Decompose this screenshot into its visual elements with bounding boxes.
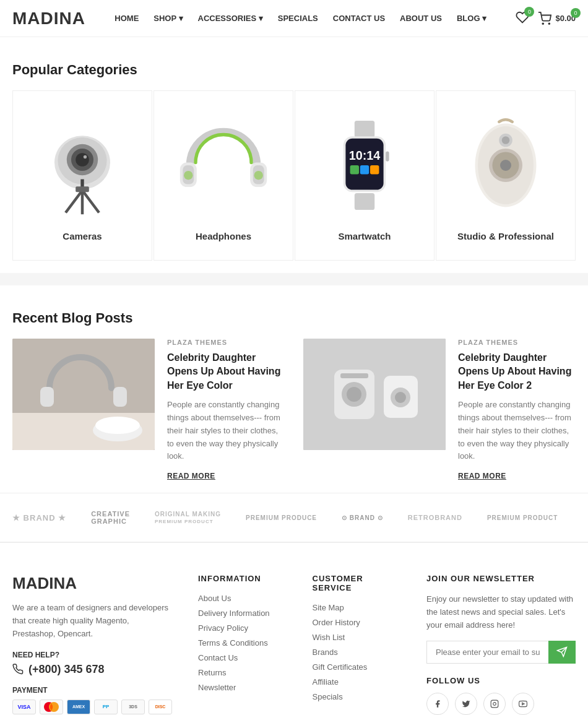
svg-rect-45 — [340, 373, 368, 378]
blog-image-2[interactable] — [303, 339, 446, 450]
category-cameras[interactable]: Cameras — [12, 90, 152, 261]
svg-point-44 — [347, 387, 361, 402]
footer-link-order-history[interactable]: Order History — [313, 618, 360, 627]
phone-text[interactable]: (+800) 345 678 — [28, 663, 105, 676]
categories-grid: Cameras — [12, 90, 576, 261]
nav-about[interactable]: ABOUT US — [400, 14, 442, 23]
brand-logo[interactable]: MADINA — [12, 9, 85, 28]
studio-image — [450, 110, 561, 221]
brand-item-3[interactable]: ORIGINAL MAKINGPREMIUM PRODUCT — [155, 511, 221, 524]
headphones-image — [168, 110, 279, 221]
footer-link-specials[interactable]: Specials — [313, 692, 343, 701]
brand-item-7[interactable]: PREMIUM PRODUCT — [487, 514, 558, 521]
amex-icon: AMEX — [67, 700, 90, 714]
footer-description: We are a team of designers and developer… — [12, 602, 173, 640]
newsletter-input[interactable] — [426, 641, 548, 664]
svg-rect-21 — [345, 139, 383, 190]
read-more-2[interactable]: READ MORE — [458, 472, 506, 480]
section-separator — [0, 273, 588, 285]
brand-item-5[interactable]: ⊙ BRAND ⊙ — [342, 514, 383, 521]
newsletter-submit[interactable] — [548, 641, 576, 664]
footer-link-delivery[interactable]: Delivery Information — [198, 609, 270, 618]
svg-rect-26 — [355, 193, 374, 210]
brand-item-1[interactable]: ★ BRAND ★ — [12, 513, 66, 522]
blog-tag-2: PLAZA THEMES — [458, 339, 576, 346]
footer-link-wishlist[interactable]: Wish List — [313, 633, 345, 642]
wishlist-button[interactable]: 0 — [516, 11, 529, 26]
blog-title-2[interactable]: Celebrity Daughter Opens Up About Having… — [458, 351, 576, 392]
svg-line-8 — [66, 191, 82, 213]
footer: MADINA We are a team of designers and de… — [0, 542, 588, 715]
blog-excerpt-2: People are constantly changing things ab… — [458, 399, 576, 463]
follow-us-label: FOLLOW US — [426, 676, 576, 685]
nav-shop[interactable]: SHOP ▾ — [153, 14, 183, 23]
blog-card-2: PLAZA THEMES Celebrity Daughter Opens Up… — [303, 339, 576, 480]
need-help-label: NEED HELP? — [12, 651, 173, 659]
cameras-label: Cameras — [63, 231, 102, 241]
popular-categories-title: Popular Categories — [12, 62, 576, 78]
brands-banner: ★ BRAND ★ CREATIVEGraphic ORIGINAL MAKIN… — [0, 493, 588, 542]
brand-item-4[interactable]: PREMIUM PRODUCE — [246, 514, 317, 521]
twitter-icon[interactable] — [455, 693, 477, 715]
facebook-icon[interactable] — [426, 693, 449, 715]
brand-item-6[interactable]: RETROBRAND — [408, 514, 462, 521]
footer-link-gift[interactable]: Gift Certificates — [313, 662, 368, 672]
svg-point-40 — [95, 417, 140, 434]
footer-info-links: About Us Delivery Information Privacy Po… — [198, 593, 288, 692]
footer-link-brands[interactable]: Brands — [313, 648, 338, 657]
svg-rect-25 — [370, 165, 379, 174]
cart-badge: 0 — [571, 8, 581, 18]
smartwatch-image: 10:14 — [309, 110, 420, 221]
blog-title-1[interactable]: Celebrity Daughter Opens Up About Having… — [167, 351, 285, 392]
footer-info-col: INFORMATION About Us Delivery Informatio… — [198, 574, 288, 715]
popular-categories-section: Popular Categories — [0, 37, 588, 273]
footer-link-returns[interactable]: Returns — [198, 668, 227, 677]
brand-item-2[interactable]: CREATIVEGraphic — [91, 510, 130, 525]
blog-grid: PLAZA THEMES Celebrity Daughter Opens Up… — [12, 339, 576, 480]
youtube-icon[interactable] — [512, 693, 534, 715]
instagram-icon[interactable] — [483, 693, 506, 715]
blog-excerpt-1: People are constantly changing things ab… — [167, 399, 285, 463]
footer-link-contact[interactable]: Contact Us — [198, 653, 238, 662]
svg-rect-37 — [40, 387, 54, 407]
svg-rect-27 — [386, 152, 389, 162]
nav-specials[interactable]: SPECIALS — [278, 14, 318, 23]
footer-grid: MADINA We are a team of designers and de… — [12, 574, 576, 715]
blog-image-1[interactable] — [12, 339, 155, 450]
footer-link-affiliate[interactable]: Affiliate — [313, 677, 339, 687]
visa-icon: VISA — [12, 700, 36, 714]
payment-label: PAYMENT — [12, 686, 173, 695]
nav-blog[interactable]: BLOG ▾ — [457, 14, 486, 23]
nav-accessories[interactable]: ACCESSORIES ▾ — [198, 14, 263, 23]
discover-icon: DISC — [149, 700, 172, 714]
footer-info-title: INFORMATION — [198, 574, 288, 583]
svg-point-34 — [502, 136, 510, 144]
footer-customer-title: CUSTOMER SERVICE — [313, 574, 402, 592]
svg-point-48 — [395, 392, 406, 403]
read-more-1[interactable]: READ MORE — [167, 472, 215, 480]
footer-customer-col: CUSTOMER SERVICE Site Map Order History … — [313, 574, 402, 715]
cart-button[interactable]: 0 $0.00 — [538, 12, 576, 25]
footer-link-terms[interactable]: Terms & Conditions — [198, 638, 268, 648]
svg-point-17 — [184, 171, 192, 180]
nav-contact[interactable]: CONTACT US — [333, 14, 385, 23]
category-headphones[interactable]: Headphones — [153, 90, 293, 261]
footer-link-sitemap[interactable]: Site Map — [313, 603, 344, 612]
svg-point-32 — [500, 160, 511, 171]
footer-link-about[interactable]: About Us — [198, 594, 231, 603]
category-smartwatch[interactable]: 10:14 Smartwatch — [295, 90, 435, 261]
footer-brand-col: MADINA We are a team of designers and de… — [12, 574, 173, 715]
nav-home[interactable]: HOME — [115, 14, 139, 23]
footer-newsletter-col: JOIN OUR NEWSLETTER Enjoy our newsletter… — [426, 574, 576, 715]
footer-logo: MADINA — [12, 574, 173, 593]
phone-number: (+800) 345 678 — [12, 663, 173, 676]
category-studio[interactable]: Studio & Professional — [436, 90, 576, 261]
wishlist-badge: 0 — [524, 7, 534, 17]
footer-link-newsletter[interactable]: Newsletter — [198, 683, 236, 692]
svg-marker-55 — [522, 703, 524, 705]
main-navigation: MADINA HOME SHOP ▾ ACCESSORIES ▾ SPECIAL… — [0, 0, 588, 37]
camera-image — [27, 110, 138, 221]
blog-card-1: PLAZA THEMES Celebrity Daughter Opens Up… — [12, 339, 285, 480]
paypal-icon: PP — [94, 700, 118, 714]
footer-link-privacy[interactable]: Privacy Policy — [198, 623, 248, 633]
